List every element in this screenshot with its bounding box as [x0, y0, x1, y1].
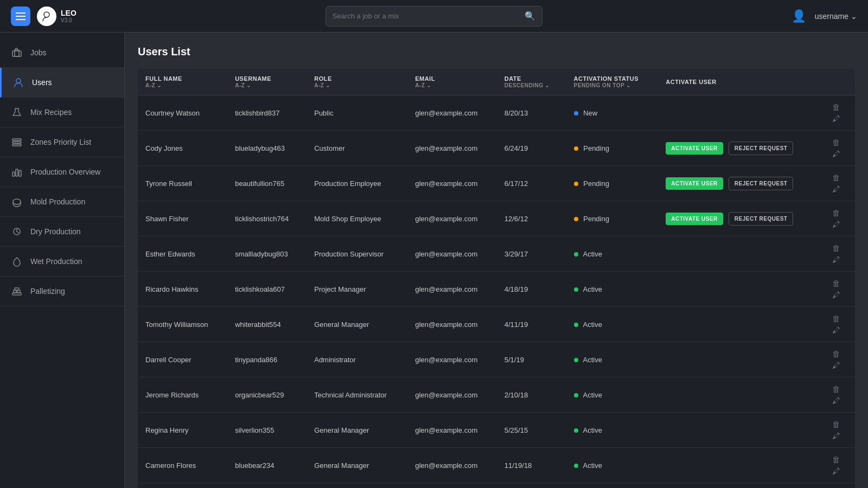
- logo-icon: [37, 7, 56, 26]
- cell-date: 2/10/18: [497, 377, 566, 413]
- status-label: Active: [583, 250, 602, 258]
- activate-user-button[interactable]: ACTIVATE USER: [666, 177, 723, 190]
- cell-activate: [658, 342, 822, 377]
- activate-user-button[interactable]: ACTIVATE USER: [666, 142, 723, 155]
- status-dot: [574, 358, 578, 362]
- delete-button[interactable]: 🗑: [830, 101, 843, 113]
- delete-button[interactable]: 🗑: [830, 383, 843, 395]
- cell-username: blueladybug463: [227, 131, 307, 166]
- search-bar: 🔍: [326, 6, 542, 27]
- sidebar-item-mold-production[interactable]: Mold Production: [0, 187, 124, 217]
- col-date[interactable]: DATE DESCENDING ⌄: [497, 69, 566, 95]
- sidebar-item-dry-production[interactable]: Dry Production: [0, 217, 124, 247]
- edit-button[interactable]: 🖍: [830, 183, 843, 195]
- edit-button[interactable]: 🖍: [830, 395, 843, 406]
- reject-request-button[interactable]: REJECT REQUEST: [729, 212, 794, 226]
- cell-role: General Manager: [307, 413, 407, 448]
- sidebar-item-production-overview[interactable]: Production Overview: [0, 157, 124, 187]
- sidebar-label-palletizing: Palletizing: [30, 287, 65, 296]
- cell-role: General Manager: [307, 307, 407, 342]
- delete-button[interactable]: 🗑: [830, 348, 843, 359]
- status-dot: [574, 393, 578, 397]
- hamburger-button[interactable]: [11, 7, 30, 26]
- page-title: Users List: [138, 46, 855, 58]
- edit-button[interactable]: 🖍: [830, 465, 843, 477]
- edit-button[interactable]: 🖍: [830, 148, 843, 159]
- col-email[interactable]: EMAIL A-Z ⌄: [407, 69, 497, 95]
- delete-button[interactable]: 🗑: [830, 172, 843, 183]
- status-label: Pending: [583, 179, 609, 188]
- sidebar-item-jobs[interactable]: Jobs: [0, 38, 124, 68]
- cell-username: beautifullion765: [227, 166, 307, 201]
- cell-username: smallladybug803: [227, 236, 307, 272]
- col-full-name[interactable]: FULL NAME A-Z ⌄: [138, 69, 227, 95]
- cell-full-name: Ricardo Hawkins: [138, 272, 227, 307]
- activate-action-cell: ACTIVATE USERREJECT REQUEST: [666, 177, 815, 190]
- activate-user-button[interactable]: ACTIVATE USER: [666, 213, 723, 225]
- cell-date: 12/6/12: [497, 201, 566, 236]
- edit-button[interactable]: 🖍: [830, 430, 843, 441]
- cell-role: General Manager: [307, 448, 407, 483]
- dry-icon: [11, 226, 23, 237]
- cell-status: Active: [566, 413, 659, 448]
- edit-button[interactable]: 🖍: [830, 359, 843, 371]
- cell-status: Active: [566, 236, 659, 272]
- table-row: Jerome Richards organicbear529 Technical…: [138, 377, 855, 413]
- edit-button[interactable]: 🖍: [830, 113, 843, 124]
- svg-rect-4: [12, 139, 21, 140]
- table-row: Esther Edwards smallladybug803 Productio…: [138, 236, 855, 272]
- reject-request-button[interactable]: REJECT REQUEST: [729, 142, 794, 155]
- delete-button[interactable]: 🗑: [830, 242, 843, 254]
- cell-date: 6/24/19: [497, 131, 566, 166]
- username-button[interactable]: username ⌄: [815, 12, 857, 21]
- reject-request-button[interactable]: REJECT REQUEST: [729, 177, 794, 190]
- sidebar-item-mix-recipes[interactable]: Mix Recipes: [0, 98, 124, 127]
- cell-email: glen@example.com: [407, 448, 497, 483]
- cell-full-name: Jerome Richards: [138, 377, 227, 413]
- user-profile-icon[interactable]: 👤: [792, 9, 806, 23]
- delete-button[interactable]: 🗑: [830, 207, 843, 219]
- edit-button[interactable]: 🖍: [830, 289, 843, 300]
- cell-date: 4/11/19: [497, 307, 566, 342]
- edit-button[interactable]: 🖍: [830, 324, 843, 336]
- edit-button[interactable]: 🖍: [830, 219, 843, 230]
- cell-email: glen@example.com: [407, 307, 497, 342]
- topnav: LEO V3.0 🔍 👤 username ⌄: [0, 0, 868, 33]
- delete-button[interactable]: 🗑: [830, 454, 843, 465]
- status-label: New: [583, 109, 597, 117]
- cell-role: Administrator: [307, 342, 407, 377]
- status-label: Active: [583, 285, 602, 293]
- table-row: Tyrone Russell beautifullion765 Producti…: [138, 166, 855, 201]
- status-label: Active: [583, 391, 602, 399]
- table-row: Shawn Fisher ticklishostrich764 Mold Sho…: [138, 201, 855, 236]
- status-dot: [574, 252, 578, 256]
- cell-full-name: Courtney Watson: [138, 95, 227, 131]
- edit-button[interactable]: 🖍: [830, 254, 843, 265]
- svg-point-0: [44, 12, 49, 17]
- cell-activate: [658, 448, 822, 483]
- cell-full-name: Regina Henry: [138, 413, 227, 448]
- status-dot: [574, 428, 578, 433]
- sidebar-item-wet-production[interactable]: Wet Production: [0, 247, 124, 277]
- delete-button[interactable]: 🗑: [830, 313, 843, 324]
- status-dot: [574, 146, 578, 151]
- cell-date: 5/1/19: [497, 342, 566, 377]
- cell-email: glen@example.com: [407, 483, 497, 489]
- search-input[interactable]: [333, 12, 520, 20]
- cell-status: Active: [566, 272, 659, 307]
- col-activation-status[interactable]: ACTIVATION STATUS PENDING ON TOP ⌄: [566, 69, 659, 95]
- cell-status: Active: [566, 342, 659, 377]
- cell-status: Pending: [566, 131, 659, 166]
- sidebar-item-users[interactable]: Users: [0, 68, 124, 98]
- delete-button[interactable]: 🗑: [830, 137, 843, 148]
- col-username[interactable]: USERNAME A-Z ⌄: [227, 69, 307, 95]
- delete-button[interactable]: 🗑: [830, 419, 843, 430]
- cell-full-name: Bruce Black: [138, 483, 227, 489]
- sidebar-item-zones-priority-list[interactable]: Zones Priority List: [0, 127, 124, 157]
- sidebar-label-mold-production: Mold Production: [30, 197, 85, 206]
- cell-role: Project Manager: [307, 272, 407, 307]
- sidebar-item-palletizing[interactable]: Palletizing: [0, 277, 124, 306]
- delete-button[interactable]: 🗑: [830, 278, 843, 289]
- cell-row-actions: 🗑 🖍: [822, 95, 855, 131]
- col-role[interactable]: ROLE A-Z ⌄: [307, 69, 407, 95]
